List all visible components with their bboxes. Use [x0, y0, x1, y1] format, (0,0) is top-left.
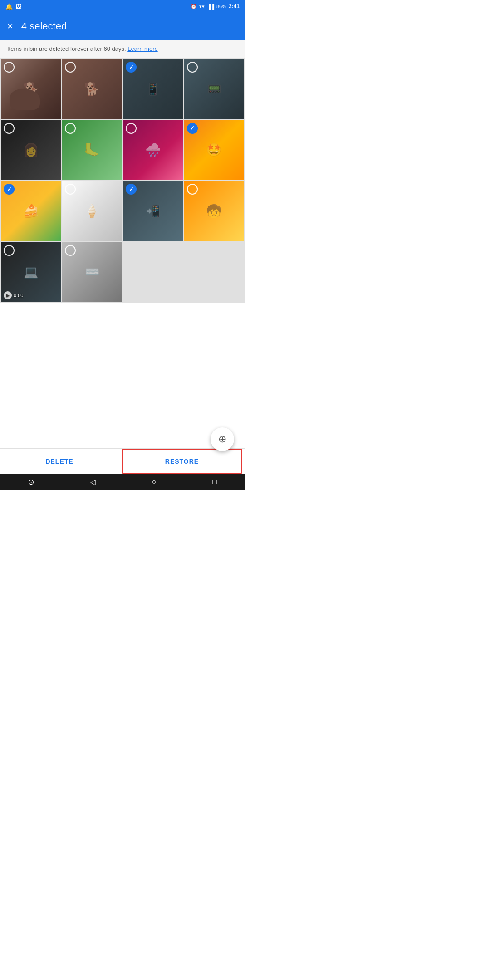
photo-cell-10[interactable]	[62, 181, 122, 241]
signal-icon: ▐▐	[207, 4, 214, 9]
photo-cell-6[interactable]	[62, 120, 122, 181]
learn-more-link[interactable]: Learn more	[127, 45, 157, 52]
selection-circle-6[interactable]	[65, 123, 76, 134]
selection-circle-12[interactable]	[187, 184, 198, 195]
photo-cell-13[interactable]: ▶0:00	[1, 242, 61, 303]
photo-cell-11[interactable]	[123, 181, 183, 241]
selection-circle-8[interactable]	[187, 123, 198, 134]
photo-cell-8[interactable]	[184, 120, 245, 181]
photo-cell-9[interactable]	[1, 181, 61, 241]
play-button-13[interactable]: ▶	[4, 291, 12, 299]
photo-cell-12[interactable]	[184, 181, 245, 241]
photo-cell-4[interactable]	[184, 59, 245, 119]
zoom-icon: ⊕	[218, 433, 226, 445]
battery-level: 86%	[216, 4, 226, 9]
selection-circle-10[interactable]	[65, 184, 76, 195]
photo-cell-1[interactable]	[1, 59, 61, 119]
video-duration-13: 0:00	[14, 293, 23, 298]
home-icon[interactable]: ○	[152, 478, 157, 486]
selection-circle-9[interactable]	[4, 184, 15, 195]
top-bar: × 4 selected	[0, 13, 245, 40]
photo-cell-7[interactable]	[123, 120, 183, 181]
selection-circle-7[interactable]	[126, 123, 137, 134]
photo-cell-2[interactable]	[62, 59, 122, 119]
info-banner: Items in bin are deleted forever after 6…	[0, 40, 245, 58]
video-badge-13: ▶0:00	[4, 291, 23, 299]
navigation-bar: ⊙ ◁ ○ □	[0, 474, 245, 490]
selection-circle-14[interactable]	[65, 245, 76, 256]
photo-cell-5[interactable]	[1, 120, 61, 181]
selection-circle-13[interactable]	[4, 245, 15, 256]
selection-circle-11[interactable]	[126, 184, 137, 195]
selection-circle-4[interactable]	[187, 62, 198, 73]
restore-button[interactable]: RESTORE	[122, 449, 242, 474]
image-icon: 🖼	[15, 3, 21, 10]
wifi-icon: ▾▾	[199, 4, 205, 10]
bottom-action-bar: DELETE RESTORE	[0, 448, 245, 474]
selection-count: 4 selected	[21, 20, 67, 32]
photo-cell-3[interactable]	[123, 59, 183, 119]
bell-icon: 🔔	[5, 3, 13, 10]
photo-cell-14[interactable]	[62, 242, 122, 303]
delete-button[interactable]: DELETE	[0, 449, 119, 474]
photo-grid: ▶0:00	[0, 58, 245, 303]
overview-icon[interactable]: □	[212, 478, 217, 486]
selection-circle-3[interactable]	[126, 62, 137, 73]
clock: 2:41	[229, 3, 240, 10]
status-bar: 🔔 🖼 ⏰ ▾▾ ▐▐ 86% 2:41	[0, 0, 245, 13]
selection-circle-2[interactable]	[65, 62, 76, 73]
selection-circle-1[interactable]	[4, 62, 15, 73]
back-icon[interactable]: ◁	[90, 478, 96, 486]
alarm-icon: ⏰	[191, 4, 197, 10]
selection-circle-5[interactable]	[4, 123, 15, 134]
close-button[interactable]: ×	[7, 20, 13, 32]
zoom-fab[interactable]: ⊕	[211, 427, 234, 451]
recent-apps-icon[interactable]: ⊙	[28, 478, 34, 486]
info-text: Items in bin are deleted forever after 6…	[7, 45, 126, 52]
